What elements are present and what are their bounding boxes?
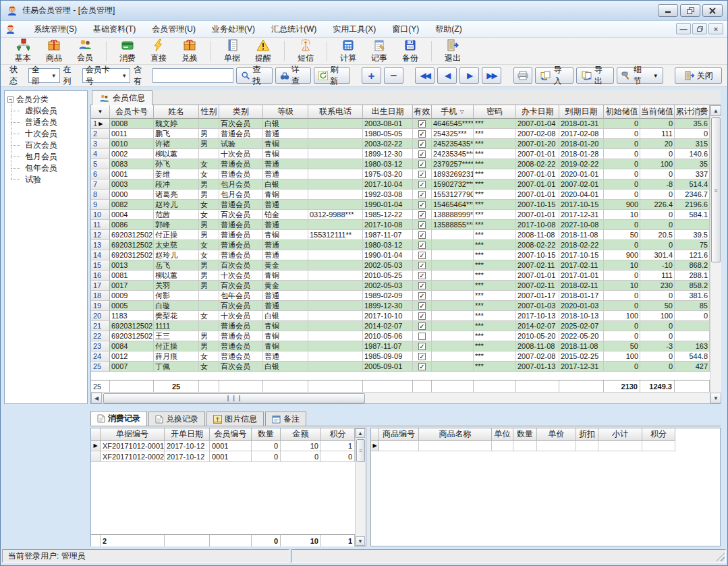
cell-手机[interactable]: 1893269231** [432, 169, 474, 179]
cell-有效[interactable]: ✓ [413, 301, 432, 311]
cell-手机[interactable] [432, 362, 474, 372]
cell-密码[interactable]: *** [474, 291, 516, 301]
menu-item-帮助(Z)[interactable]: 帮助(Z) [427, 22, 470, 37]
cell-初始储值[interactable]: 10 [604, 260, 640, 271]
row-number-cell[interactable]: 12 [91, 230, 110, 240]
valid-checkbox[interactable]: ✓ [418, 262, 426, 269]
cell-等级[interactable]: 普通 [263, 159, 308, 169]
cell-密码[interactable]: *** [474, 179, 516, 190]
toolbar-button-备份[interactable]: 备份 [395, 38, 426, 64]
scroll-down-icon[interactable]: ▼ [356, 536, 365, 546]
cell-手机[interactable] [432, 331, 474, 341]
cell-办卡日期[interactable]: 2007-02-11 [516, 260, 559, 271]
cell-联系电话[interactable] [308, 149, 363, 159]
cell-当前储值[interactable]: -10 [640, 260, 675, 271]
cell-初始储值[interactable]: 0 [604, 321, 640, 331]
cell-当前储值[interactable]: 0 [640, 351, 675, 362]
cell-等级[interactable]: 普通 [263, 220, 308, 230]
cell-类别[interactable]: 普通会员 [219, 169, 263, 179]
import-button[interactable]: 导入 [535, 67, 573, 84]
cell-密码[interactable]: *** [474, 281, 516, 291]
cell-联系电话[interactable] [308, 139, 363, 149]
cell-出生日期[interactable]: 2017-10-08 [363, 220, 413, 230]
cell-姓名[interactable]: 付正操 [154, 341, 199, 351]
valid-checkbox[interactable]: ✓ [418, 171, 426, 178]
valid-checkbox[interactable]: ✓ [418, 292, 426, 300]
cell-姓名[interactable]: 柳以蕙 [154, 149, 199, 159]
valid-checkbox[interactable]: ✓ [418, 130, 426, 138]
tree-root-member-category[interactable]: − 会员分类 [6, 94, 86, 105]
cell-性别[interactable]: 男 [199, 260, 219, 271]
restore-button[interactable] [680, 4, 700, 17]
cell-密码[interactable]: *** [474, 351, 516, 362]
cell-类别[interactable]: 百次会员 [219, 301, 263, 311]
tree-item-包月会员[interactable]: 包月会员 [6, 151, 86, 163]
member-row-19[interactable]: 190005白璇百次会员普通1899-12-30✓***2007-01-0320… [91, 301, 710, 311]
cell-当前储值[interactable]: 0 [640, 362, 675, 372]
cell-到期日期[interactable]: 2017-02-08 [559, 129, 604, 139]
row-number-cell[interactable]: 13 [91, 240, 110, 250]
cell-会员卡号[interactable]: 0002 [110, 149, 154, 159]
valid-checkbox[interactable]: ✓ [418, 231, 426, 239]
member-row-1[interactable]: 1▶0008魏文婷百次会员白银2003-08-01✓4646545*******… [91, 119, 710, 129]
cell-联系电话[interactable]: 155312111** [308, 230, 363, 240]
cell-性别[interactable]: 男 [199, 139, 219, 149]
cell-有效[interactable]: ✓ [413, 260, 432, 271]
cell-姓名[interactable]: 丁佩 [154, 362, 199, 372]
cell-累计消费[interactable]: 381.6 [675, 291, 710, 301]
cell-联系电话[interactable] [308, 271, 363, 281]
cell-性别[interactable]: 女 [199, 240, 219, 250]
cell-办卡日期[interactable]: 2007-02-08 [516, 129, 559, 139]
cell-密码[interactable]: *** [474, 341, 516, 351]
delete-row-button[interactable]: − [384, 67, 403, 84]
cell-类别[interactable]: 普通会员 [219, 351, 263, 362]
valid-checkbox[interactable]: ✓ [418, 211, 426, 219]
member-row-15[interactable]: 150013岳飞男百次会员黄金2002-05-03✓***2007-02-112… [91, 260, 710, 271]
cell-办卡日期[interactable]: 2007-01-20 [516, 139, 559, 149]
row-number-cell[interactable]: 20 [91, 311, 110, 321]
cell-办卡日期[interactable]: 2008-11-08 [516, 341, 559, 351]
cell-会员卡号[interactable]: 0012 [110, 351, 154, 362]
cell-单据编号[interactable]: XF20171012-0002 [101, 451, 165, 462]
cell-小计[interactable] [598, 441, 642, 451]
cell-办卡日期[interactable]: 2007-01-17 [516, 291, 559, 301]
cell-姓名[interactable]: 赵玲儿 [154, 250, 199, 260]
cell-类别[interactable]: 普通会员 [219, 240, 263, 250]
cell-到期日期[interactable]: 2018-01-31 [559, 119, 604, 129]
cell-性别[interactable]: 女 [199, 311, 219, 321]
cell-出生日期[interactable]: 2002-05-03 [363, 281, 413, 291]
cell-密码[interactable]: *** [474, 190, 516, 200]
cell-到期日期[interactable]: 2017-10-15 [559, 250, 604, 260]
cell-当前储值[interactable]: 50 [640, 301, 675, 311]
cell-初始储值[interactable]: 0 [604, 139, 640, 149]
cell-出生日期[interactable]: 1987-11-07 [363, 341, 413, 351]
cell-手机[interactable] [432, 341, 474, 351]
member-row-2[interactable]: 20011鹏飞男普通会员普通1980-05-05✓254325******200… [91, 129, 710, 139]
cell-到期日期[interactable]: 2017-12-31 [559, 362, 604, 372]
cell-姓名[interactable]: 王三 [154, 331, 199, 341]
cell-会员卡号[interactable]: 0003 [110, 179, 154, 190]
cell-出生日期[interactable]: 1985-09-09 [363, 351, 413, 362]
cell-到期日期[interactable]: 2022-05-20 [559, 331, 604, 341]
cell-累计消费[interactable]: 35 [675, 159, 710, 169]
cell-密码[interactable]: *** [474, 200, 516, 210]
cell-姓名[interactable]: 付正操 [154, 230, 199, 240]
scroll-down-icon[interactable]: ▼ [710, 393, 721, 403]
find-button[interactable]: 查找 [236, 67, 272, 84]
cell-累计消费[interactable]: 514.4 [675, 179, 710, 190]
cell-出生日期[interactable]: 1980-03-12 [363, 240, 413, 250]
cell-姓名[interactable]: 许褚 [154, 139, 199, 149]
cell-密码[interactable]: *** [474, 321, 516, 331]
cell-联系电话[interactable] [308, 250, 363, 260]
cell-密码[interactable]: *** [474, 230, 516, 240]
cell-商品名称[interactable] [419, 441, 492, 451]
cell-初始储值[interactable]: 900 [604, 200, 640, 210]
cell-联系电话[interactable] [308, 260, 363, 271]
cell-类别[interactable]: 包年会员 [219, 291, 263, 301]
toolbar-button-兑换[interactable]: 兑换 [174, 38, 205, 64]
cell-当前储值[interactable]: 0 [640, 190, 675, 200]
member-row-25[interactable]: 250007丁佩女百次会员白银2005-09-01✓***2007-01-132… [91, 362, 710, 372]
cell-类别[interactable]: 普通会员 [219, 129, 263, 139]
cell-会员卡号[interactable]: 0005 [110, 301, 154, 311]
cell-有效[interactable]: ✓ [413, 190, 432, 200]
